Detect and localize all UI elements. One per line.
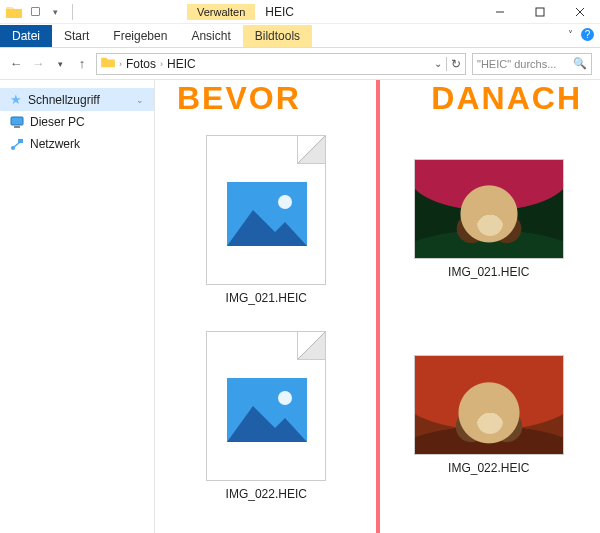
tab-start[interactable]: Start xyxy=(52,25,101,47)
refresh-icon[interactable]: ↻ xyxy=(451,57,461,71)
network-icon xyxy=(10,137,24,151)
sidebar-item-network[interactable]: Netzwerk xyxy=(0,133,154,155)
svg-rect-1 xyxy=(536,8,544,16)
nav-forward-button[interactable]: → xyxy=(30,56,46,72)
folder-icon xyxy=(6,5,22,19)
heading-after: DANACH xyxy=(431,80,582,117)
chevron-down-icon[interactable]: ⌄ xyxy=(136,95,144,105)
address-dropdown-icon[interactable]: ⌄ xyxy=(434,58,442,69)
folder-icon xyxy=(101,56,115,71)
titlebar: ▾ Verwalten HEIC xyxy=(0,0,600,24)
search-input[interactable]: "HEIC" durchs... 🔍 xyxy=(472,53,592,75)
nav-up-button[interactable]: ↑ xyxy=(74,56,90,72)
generic-file-thumbnail xyxy=(206,331,326,481)
tab-share[interactable]: Freigeben xyxy=(101,25,179,47)
sidebar-item-this-pc[interactable]: Dieser PC xyxy=(0,111,154,133)
breadcrumb-level-2[interactable]: HEIC xyxy=(167,57,196,71)
image-placeholder-icon xyxy=(227,182,307,246)
ribbon-tabs: Datei Start Freigeben Ansicht Bildtools … xyxy=(0,24,600,48)
nav-bar: ← → ▾ ↑ › Fotos › HEIC ⌄ ↻ "HEIC" durchs… xyxy=(0,48,600,80)
sidebar-item-label: Dieser PC xyxy=(30,115,85,129)
photo-thumbnail xyxy=(414,355,564,455)
file-item[interactable]: IMG_022.HEIC xyxy=(155,331,378,501)
nav-back-button[interactable]: ← xyxy=(8,56,24,72)
tab-file[interactable]: Datei xyxy=(0,25,52,47)
search-icon: 🔍 xyxy=(573,57,587,70)
address-bar[interactable]: › Fotos › HEIC ⌄ ↻ xyxy=(96,53,466,75)
qat-save-icon[interactable] xyxy=(28,5,42,19)
svg-rect-5 xyxy=(14,126,20,128)
nav-recent-dropdown[interactable]: ▾ xyxy=(52,56,68,72)
file-name: IMG_021.HEIC xyxy=(226,291,307,305)
sidebar-item-label: Netzwerk xyxy=(30,137,80,151)
minimize-button[interactable] xyxy=(480,0,520,24)
sidebar: ★ Schnellzugriff ⌄ Dieser PC Netzwerk xyxy=(0,80,155,533)
qat-dropdown-icon[interactable]: ▾ xyxy=(48,5,62,19)
generic-file-thumbnail xyxy=(206,135,326,285)
breadcrumb-level-1[interactable]: Fotos xyxy=(126,57,156,71)
after-column: IMG_021.HEIC IMG_022.HEIC xyxy=(378,135,601,533)
pc-icon xyxy=(10,116,24,128)
sidebar-item-label: Schnellzugriff xyxy=(28,93,100,107)
file-name: IMG_022.HEIC xyxy=(226,487,307,501)
file-item[interactable]: IMG_021.HEIC xyxy=(155,135,378,305)
file-item[interactable]: IMG_021.HEIC xyxy=(378,159,601,279)
heading-before: BEVOR xyxy=(177,80,301,117)
help-icon[interactable]: ? xyxy=(581,28,594,41)
page-fold-icon xyxy=(297,136,325,164)
window-title: HEIC xyxy=(255,3,304,21)
tab-picture-tools[interactable]: Bildtools xyxy=(243,25,312,47)
file-name: IMG_021.HEIC xyxy=(448,265,529,279)
file-name: IMG_022.HEIC xyxy=(448,461,529,475)
file-item[interactable]: IMG_022.HEIC xyxy=(378,355,601,475)
star-icon: ★ xyxy=(10,92,22,107)
tab-view[interactable]: Ansicht xyxy=(179,25,242,47)
svg-point-13 xyxy=(278,391,292,405)
close-button[interactable] xyxy=(560,0,600,24)
photo-thumbnail xyxy=(414,159,564,259)
svg-rect-4 xyxy=(11,117,23,125)
content-area: BEVOR DANACH IMG_021.HEIC xyxy=(155,80,600,533)
search-placeholder: "HEIC" durchs... xyxy=(477,58,556,70)
sidebar-item-quick-access[interactable]: ★ Schnellzugriff ⌄ xyxy=(0,88,154,111)
before-column: IMG_021.HEIC IMG_022.HEIC xyxy=(155,135,378,533)
breadcrumb-separator-icon: › xyxy=(160,59,163,69)
maximize-button[interactable] xyxy=(520,0,560,24)
image-placeholder-icon xyxy=(227,378,307,442)
collapse-ribbon-icon[interactable]: ˅ xyxy=(568,29,573,40)
contextual-tab-label: Verwalten xyxy=(187,4,255,20)
breadcrumb-separator-icon: › xyxy=(119,59,122,69)
page-fold-icon xyxy=(297,332,325,360)
svg-point-10 xyxy=(278,195,292,209)
